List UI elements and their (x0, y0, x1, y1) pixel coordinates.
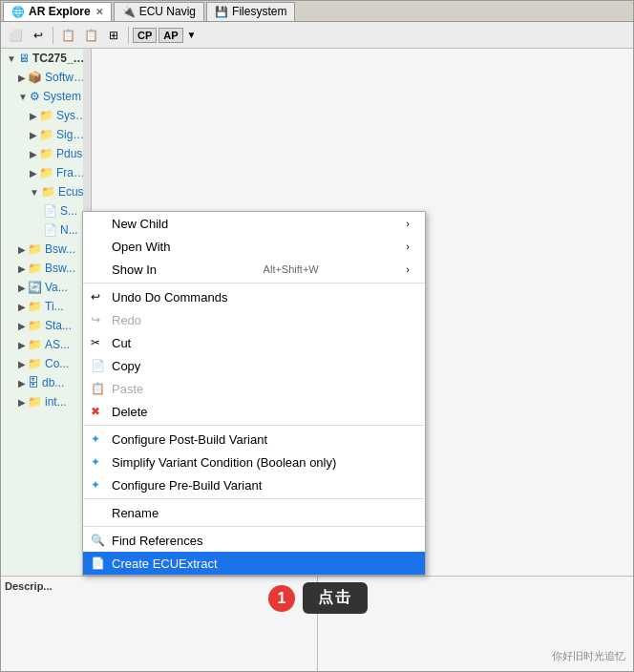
toolbar-collapse-btn[interactable]: ⬜ (5, 25, 26, 46)
tree-item-int[interactable]: ▶ 📁 int... (1, 392, 91, 411)
tree-item-sub2[interactable]: 📄 N... (1, 220, 91, 240)
menu-item-copy[interactable]: 📄 Copy (83, 354, 425, 377)
tree-item-co[interactable]: ▶ 📁 Co... (1, 354, 91, 373)
as-icon: 📁 (28, 338, 42, 351)
cp-button[interactable]: CP (133, 28, 157, 43)
tab-filesystem[interactable]: 💾 Filesystem (206, 2, 295, 21)
bsw1-label: Bsw... (45, 242, 75, 256)
variant-icon: 🔄 (28, 281, 42, 294)
root-expand-icon: ▼ (7, 53, 16, 64)
toolbar-grid-btn[interactable]: ⊞ (103, 25, 124, 46)
signals-icon: 📁 (39, 128, 53, 141)
frames-icon: 📁 (39, 166, 53, 179)
tree-item-bsw2[interactable]: ▶ 📁 Bsw... (1, 259, 91, 278)
tab-label-ecu-navig: ECU Navig (139, 5, 196, 18)
tree-root[interactable]: ▼ 🖥 TC275_AR42 [ AR 4.2.2 ] (1, 49, 91, 68)
root-icon: 🖥 (18, 52, 30, 65)
menu-item-find-ref[interactable]: 🔍 Find References (83, 529, 425, 552)
tree-item-system-info[interactable]: ▶ 📁 System Info (1, 106, 91, 125)
tab-label-filesystem: Filesystem (232, 5, 286, 18)
click-tooltip: 点击 (303, 582, 368, 614)
toolbar: ⬜ ↩ 📋 📋 ⊞ CP AP ▼ (1, 22, 633, 49)
sta-expand-icon: ▶ (18, 321, 26, 331)
tab-label-ar-explore: AR Explore (29, 5, 91, 18)
copy-icon: 📄 (91, 359, 105, 372)
tree-item-pdus[interactable]: ▶ 📁 Pdus (1, 144, 91, 163)
menu-item-rename[interactable]: Rename (83, 501, 425, 524)
menu-item-configure-pre[interactable]: ✦ Configure Pre-Build Variant (83, 473, 425, 496)
toolbar-dropdown-btn[interactable]: ▼ (185, 25, 199, 46)
toolbar-back-btn[interactable]: ↩ (28, 25, 49, 46)
undo-icon: ↩ (91, 290, 100, 304)
tab-close-ar[interactable]: ✕ (95, 7, 103, 17)
tab-ar-explore[interactable]: 🌐 AR Explore ✕ (3, 2, 112, 21)
co-icon: 📁 (28, 357, 42, 370)
co-label: Co... (45, 357, 69, 370)
ecus-label: Ecus (58, 185, 84, 199)
ecus-icon: 📁 (41, 185, 55, 199)
paste-label: Paste (112, 382, 143, 396)
context-menu: New Child › Open With › Show In Alt+Shif… (82, 211, 426, 576)
frames-expand-icon: ▶ (30, 168, 37, 178)
menu-item-open-with[interactable]: Open With › (83, 235, 425, 258)
main-area: ▼ 🖥 TC275_AR42 [ AR 4.2.2 ] ▶ 📦 Software… (1, 49, 633, 576)
menu-item-cut[interactable]: ✂ Cut (83, 331, 425, 354)
tree-item-sub1[interactable]: 📄 S... (1, 201, 91, 220)
timing-expand-icon: ▶ (18, 302, 26, 312)
software-expand-icon: ▶ (18, 73, 26, 83)
bsw2-label: Bsw... (45, 262, 75, 275)
paste-icon: 📋 (91, 382, 105, 395)
tree-item-sta[interactable]: ▶ 📁 Sta... (1, 316, 91, 335)
sta-icon: 📁 (28, 319, 42, 332)
tree-item-bsw1[interactable]: ▶ 📁 Bsw... (1, 240, 91, 259)
toolbar-copy-btn1[interactable]: 📋 (57, 25, 78, 46)
new-child-label: New Child (112, 217, 168, 231)
toolbar-copy-btn2[interactable]: 📋 (80, 25, 101, 46)
tree-item-signals[interactable]: ▶ 📁 Signals And Signal Groups (1, 125, 91, 144)
tree-item-timing[interactable]: ▶ 📁 Ti... (1, 297, 91, 316)
tree-item-frames[interactable]: ▶ 📁 Frames (1, 163, 91, 182)
undo-label: Undo Do Commands (112, 290, 227, 304)
watermark-text: 你好旧时光追忆 (552, 649, 625, 663)
menu-item-show-in[interactable]: Show In Alt+Shift+W › (83, 258, 425, 281)
tree-item-db[interactable]: ▶ 🗄 db... (1, 373, 91, 392)
configure-pre-label: Configure Pre-Build Variant (112, 478, 262, 493)
configure-post-icon: ✦ (91, 432, 100, 446)
root-name: TC275_AR42 (32, 52, 89, 65)
system-expand-icon: ▼ (18, 92, 28, 102)
menu-item-paste: 📋 Paste (83, 377, 425, 400)
menu-item-simplify[interactable]: ✦ Simplify Variant Condition (Boolean on… (83, 451, 425, 473)
tree-item-ecus[interactable]: ▼ 📁 Ecus (1, 182, 91, 201)
create-ecu-label: Create ECUExtract (112, 556, 218, 571)
system-icon: ⚙ (30, 90, 40, 103)
co-expand-icon: ▶ (18, 359, 26, 369)
find-ref-label: Find References (112, 534, 202, 548)
overlay-badge: 1 点击 (268, 582, 368, 614)
tree-item-variant[interactable]: ▶ 🔄 Va... (1, 278, 91, 297)
menu-item-create-ecu[interactable]: 📄 Create ECUExtract (83, 552, 425, 575)
tree-root-label: TC275_AR42 [ AR 4.2.2 ] (32, 52, 89, 65)
menu-item-undo[interactable]: ↩ Undo Do Commands (83, 285, 425, 308)
system-label: System (43, 90, 81, 103)
software-icon: 📦 (28, 71, 42, 84)
menu-item-configure-post[interactable]: ✦ Configure Post-Build Variant (83, 428, 425, 451)
menu-item-delete[interactable]: ✖ Delete (83, 400, 425, 423)
show-in-label: Show In (112, 262, 157, 277)
signals-expand-icon: ▶ (30, 130, 37, 140)
show-in-arrow-icon: › (406, 263, 410, 275)
int-expand-icon: ▶ (18, 397, 26, 408)
toolbar-sep1 (53, 27, 53, 44)
delete-icon: ✖ (91, 405, 100, 418)
tab-ecu-navig[interactable]: 🔌 ECU Navig (114, 2, 204, 21)
tree-item-as[interactable]: ▶ 📁 AS... (1, 335, 91, 354)
cut-label: Cut (112, 336, 131, 350)
tree-scroll[interactable]: ▼ 🖥 TC275_AR42 [ AR 4.2.2 ] ▶ 📦 Software… (1, 49, 91, 576)
open-with-arrow-icon: › (406, 241, 410, 252)
simplify-label: Simplify Variant Condition (Boolean only… (112, 455, 336, 470)
variant-label: Va... (45, 281, 68, 294)
tree-item-software[interactable]: ▶ 📦 Software (1, 68, 91, 87)
menu-item-new-child[interactable]: New Child › (83, 212, 425, 235)
sta-label: Sta... (45, 319, 72, 332)
ap-button[interactable]: AP (158, 28, 182, 43)
tree-item-system[interactable]: ▼ ⚙ System (1, 87, 91, 106)
